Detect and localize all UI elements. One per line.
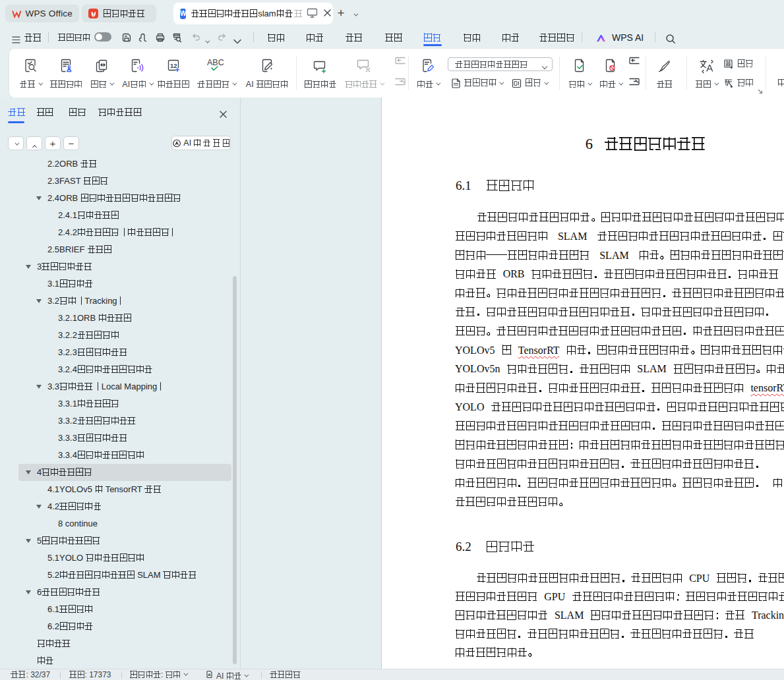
svg-text:ABC: ABC bbox=[207, 58, 224, 67]
svg-text:12: 12 bbox=[170, 62, 177, 69]
